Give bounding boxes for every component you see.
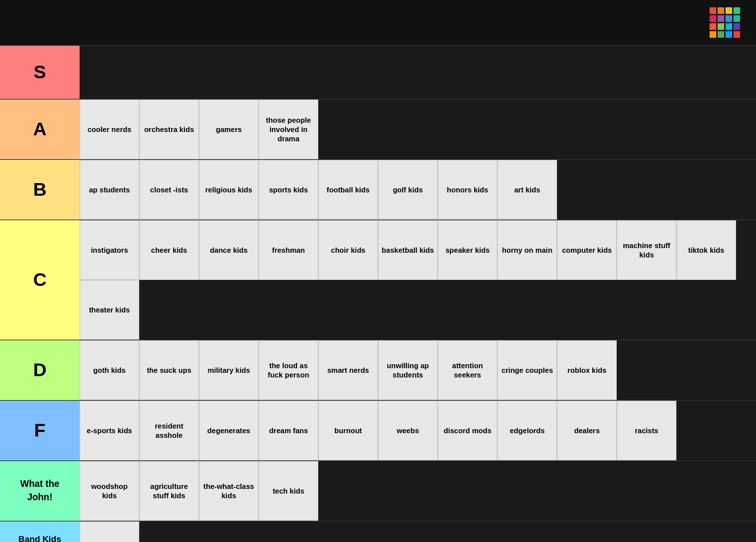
tier-item: football kids bbox=[318, 160, 378, 220]
tier-label-D: D bbox=[0, 340, 80, 400]
tier-items-C: instigatorscheer kidsdance kidsfreshmanc… bbox=[80, 220, 756, 340]
tier-label-S: S bbox=[0, 46, 80, 99]
tier-item: unwilling ap students bbox=[378, 340, 438, 400]
tier-item: choir kids bbox=[318, 220, 378, 280]
tier-items-F: e-sports kidsresident assholedegenerates… bbox=[80, 401, 756, 460]
tier-item: band kids bbox=[80, 521, 139, 542]
tier-item: honors kids bbox=[438, 160, 497, 220]
tier-item: ap students bbox=[80, 160, 139, 220]
tier-item: sports kids bbox=[259, 160, 318, 220]
tier-item: attention seekers bbox=[438, 340, 497, 400]
tier-item: speaker kids bbox=[438, 220, 497, 280]
logo bbox=[710, 7, 745, 38]
tier-row-D: Dgoth kidsthe suck upsmilitary kidsthe l… bbox=[0, 340, 756, 400]
tier-item: discord mods bbox=[438, 401, 497, 460]
tier-items-A: cooler nerdsorchestra kidsgamersthose pe… bbox=[80, 100, 756, 159]
tier-item: burnout bbox=[318, 401, 378, 460]
tier-item: roblox kids bbox=[557, 340, 617, 400]
tier-item: woodshop kids bbox=[80, 461, 139, 521]
tier-item: resident asshole bbox=[139, 401, 199, 460]
tier-item: e-sports kids bbox=[80, 401, 139, 460]
tier-container: SAcooler nerdsorchestra kidsgamersthose … bbox=[0, 45, 756, 542]
tier-item: degenerates bbox=[199, 401, 259, 460]
tier-item: dance kids bbox=[199, 220, 259, 280]
tier-item: edgelords bbox=[497, 401, 557, 460]
tier-item: gamers bbox=[199, 100, 259, 159]
tier-item: theater kids bbox=[80, 280, 139, 340]
tier-label-B: B bbox=[0, 160, 80, 220]
tier-item: computer kids bbox=[557, 220, 617, 280]
tier-item: religious kids bbox=[199, 160, 259, 220]
tier-row-F: Fe-sports kidsresident assholedegenerate… bbox=[0, 400, 756, 460]
tier-item: dealers bbox=[557, 401, 617, 460]
tier-item: goth kids bbox=[80, 340, 139, 400]
tier-item: horny on main bbox=[497, 220, 557, 280]
tier-label-C: C bbox=[0, 220, 80, 340]
tier-label-WTJ: What theJohn! bbox=[0, 461, 80, 521]
tier-item: cheer kids bbox=[139, 220, 199, 280]
tier-item: tech kids bbox=[259, 461, 318, 521]
tier-row-A: Acooler nerdsorchestra kidsgamersthose p… bbox=[0, 99, 756, 159]
tier-item: golf kids bbox=[378, 160, 438, 220]
tier-row-C: Cinstigatorscheer kidsdance kidsfreshman… bbox=[0, 220, 756, 340]
tier-items-WTJ: woodshop kidsagriculture stuff kidsthe-w… bbox=[80, 461, 756, 521]
tier-item: freshman bbox=[259, 220, 318, 280]
tier-item: orchestra kids bbox=[139, 100, 199, 159]
tier-item: cringe couples bbox=[497, 340, 557, 400]
tier-item: cooler nerds bbox=[80, 100, 139, 159]
tier-item: the-what-class kids bbox=[199, 461, 259, 521]
tier-row-Band: Band Kids😢😢😢😢😢🤡🤡band kids bbox=[0, 521, 756, 542]
tier-label-Band: Band Kids😢😢😢😢😢🤡🤡 bbox=[0, 521, 80, 542]
tier-item: the loud as fuck person bbox=[259, 340, 318, 400]
tier-item: weebs bbox=[378, 401, 438, 460]
tier-item: closet -ists bbox=[139, 160, 199, 220]
header bbox=[0, 0, 756, 45]
tier-items-Band: band kids bbox=[80, 521, 756, 542]
tier-row-WTJ: What theJohn!woodshop kidsagriculture st… bbox=[0, 460, 756, 521]
tier-item: smart nerds bbox=[318, 340, 378, 400]
tier-item: dream fans bbox=[259, 401, 318, 460]
tier-item: racists bbox=[617, 401, 676, 460]
tier-items-S bbox=[80, 46, 756, 99]
tier-item: art kids bbox=[497, 160, 557, 220]
tier-label-A: A bbox=[0, 100, 80, 159]
tier-items-D: goth kidsthe suck upsmilitary kidsthe lo… bbox=[80, 340, 756, 400]
tier-label-F: F bbox=[0, 401, 80, 460]
tier-item: those people involved in drama bbox=[259, 100, 318, 159]
tier-item: tiktok kids bbox=[676, 220, 736, 280]
logo-icon bbox=[710, 7, 740, 38]
tier-item: the suck ups bbox=[139, 340, 199, 400]
tier-item: machine stuff kids bbox=[617, 220, 676, 280]
tier-item: agriculture stuff kids bbox=[139, 461, 199, 521]
tier-item: basketball kids bbox=[378, 220, 438, 280]
tier-row-S: S bbox=[0, 45, 756, 99]
tier-item: instigators bbox=[80, 220, 139, 280]
tier-items-B: ap studentscloset -istsreligious kidsspo… bbox=[80, 160, 756, 220]
tier-row-B: Bap studentscloset -istsreligious kidssp… bbox=[0, 159, 756, 220]
tier-item: military kids bbox=[199, 340, 259, 400]
